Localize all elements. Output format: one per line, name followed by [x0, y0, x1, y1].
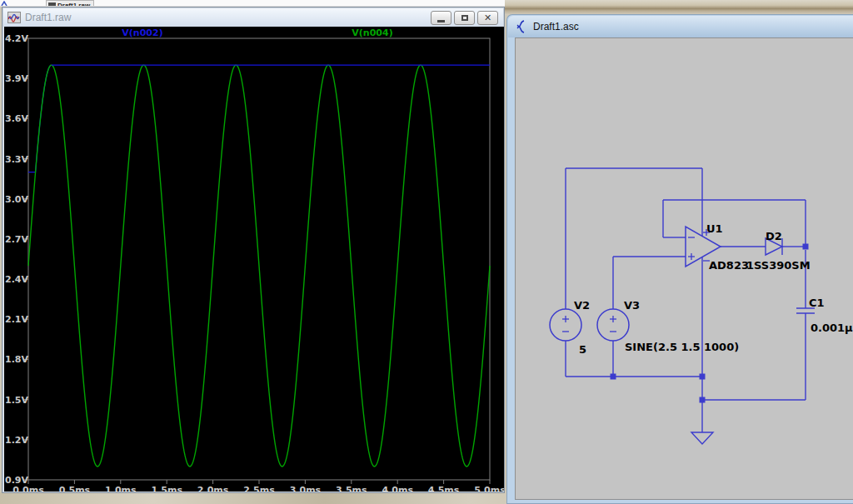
minimize-icon: [437, 20, 445, 22]
cutoff-document-tab[interactable]: Draft1.raw: [46, 0, 94, 7]
component-value-V2[interactable]: 5: [579, 343, 586, 356]
legend-V(n002)[interactable]: V(n002): [122, 27, 162, 38]
y-tick-label: 1.2V: [5, 435, 28, 446]
cutoff-app-chrome-strip: Draft1.raw: [0, 0, 505, 7]
x-tick-label: 0.5ms: [59, 485, 91, 492]
x-tick-label: 3.0ms: [290, 485, 322, 492]
y-tick-label: 3.6V: [5, 113, 28, 124]
wire-junction[interactable]: [700, 374, 706, 380]
waveform-window-titlebar[interactable]: Draft1.raw ✕: [3, 8, 503, 27]
component-ref-C1[interactable]: C1: [809, 297, 825, 309]
x-tick-label: 1.0ms: [105, 485, 137, 492]
y-tick-label: 1.5V: [5, 395, 28, 406]
component-value-V3[interactable]: SINE(2.5 1.5 1000): [625, 341, 739, 353]
y-tick-label: 2.1V: [5, 314, 28, 325]
window-buttons: ✕: [431, 11, 498, 25]
y-tick-label: 3.0V: [5, 194, 28, 205]
waveform-plot-area[interactable]: 4.2V3.9V3.6V3.3V3.0V2.7V2.4V2.1V1.8V1.5V…: [4, 27, 504, 492]
component-value-D2[interactable]: 1SS390SM: [746, 259, 811, 272]
schematic-canvas[interactable]: U1AD823D21SS390SMC10.001µV25V3SINE(2.5 1…: [515, 37, 853, 500]
x-tick-label: 2.0ms: [197, 485, 229, 492]
x-tick-label: 4.0ms: [382, 485, 413, 492]
x-tick-label: 2.5ms: [243, 485, 275, 492]
waveform-window-title: Draft1.raw: [25, 12, 71, 23]
voltage-source-V3[interactable]: [597, 309, 629, 341]
x-tick-label: 0.0ms: [12, 485, 44, 492]
component-ref-D2[interactable]: D2: [766, 230, 782, 242]
close-button[interactable]: ✕: [477, 11, 498, 25]
waveform-window-icon: [7, 12, 21, 23]
schematic-window-titlebar[interactable]: Draft1.asc: [508, 16, 853, 37]
component-ref-V3[interactable]: V3: [624, 299, 640, 312]
wire-junction[interactable]: [700, 397, 706, 403]
y-tick-label: 2.7V: [5, 234, 28, 245]
component-ref-V2[interactable]: V2: [574, 299, 590, 312]
y-tick-label: 3.3V: [5, 154, 28, 165]
minimize-button[interactable]: [431, 11, 451, 25]
y-tick-label: 1.8V: [5, 354, 28, 365]
x-tick-label: 5.0ms: [474, 485, 504, 492]
ground-symbol[interactable]: [691, 432, 713, 444]
desktop-wallpaper-top: [503, 0, 853, 15]
wire-junction[interactable]: [803, 244, 809, 250]
schematic-window: Draft1.asc U1AD823D21SS390SMC10.001µV25V…: [506, 14, 853, 504]
trace-V(n002)-rise[interactable]: [28, 65, 51, 172]
y-tick-label: 2.4V: [5, 274, 28, 285]
waveform-plot-svg[interactable]: 4.2V3.9V3.6V3.3V3.0V2.7V2.4V2.1V1.8V1.5V…: [4, 27, 504, 492]
component-ref-U1[interactable]: U1: [706, 222, 723, 235]
trace-V(n004)[interactable]: [28, 65, 490, 467]
x-tick-label: 3.5ms: [336, 485, 367, 492]
voltage-source-V2[interactable]: [550, 309, 581, 341]
schematic-svg[interactable]: U1AD823D21SS390SMC10.001µV25V3SINE(2.5 1…: [516, 38, 853, 500]
schematic-window-icon: [516, 20, 528, 33]
close-icon: ✕: [484, 13, 491, 22]
legend-V(n004)[interactable]: V(n004): [352, 27, 392, 38]
schematic-window-title: Draft1.asc: [533, 21, 579, 32]
cutoff-app-icon: [1, 1, 9, 7]
restore-button[interactable]: [454, 11, 475, 25]
restore-icon: [461, 15, 468, 21]
x-tick-label: 4.5ms: [428, 485, 460, 492]
y-tick-label: 3.9V: [5, 73, 28, 84]
x-tick-label: 1.5ms: [151, 485, 182, 492]
y-tick-label: 4.2V: [5, 33, 28, 44]
wire-junction[interactable]: [611, 374, 616, 380]
component-value-C1[interactable]: 0.001µ: [811, 322, 853, 334]
component-value-U1[interactable]: AD823: [709, 259, 749, 272]
waveform-window: Draft1.raw ✕ 4.2V3.9V3.6V3.3V3.0V2.7V2.4…: [2, 7, 505, 493]
